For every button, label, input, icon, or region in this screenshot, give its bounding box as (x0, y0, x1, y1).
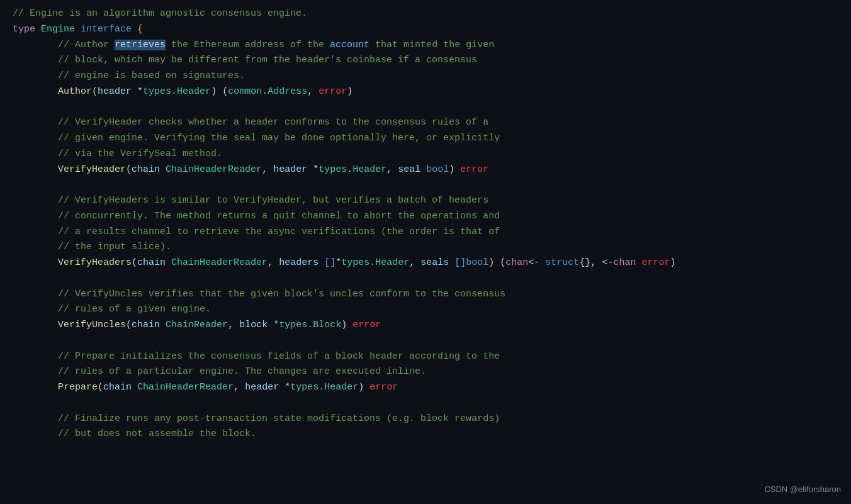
code-line-12 (13, 177, 838, 193)
code-line-1: // Engine is an algorithm agnostic conse… (13, 6, 838, 22)
code-line-22 (13, 333, 838, 349)
code-line-19: // VerifyUncles verifies that the given … (13, 287, 838, 303)
code-line-14: // concurrently. The method returns a qu… (13, 209, 838, 225)
code-line-10: // via the VerifySeal method. (13, 147, 838, 162)
code-line-5: // engine is based on signatures. (13, 69, 838, 84)
code-line-3: // Author retrieves the Ethereum address… (13, 38, 838, 53)
code-line-17: VerifyHeaders(chain ChainHeaderReader, h… (13, 255, 838, 271)
code-line-2: type Engine interface { (13, 22, 838, 38)
code-line-8: // VerifyHeader checks whether a header … (13, 115, 838, 131)
code-line-24: // rules of a particular engine. The cha… (13, 364, 838, 380)
code-line-27: // Finalize runs any post-transaction st… (13, 412, 838, 427)
code-line-26 (13, 396, 838, 412)
code-line-23: // Prepare initializes the consensus fie… (13, 349, 838, 365)
code-line-18 (13, 271, 838, 287)
code-editor: // Engine is an algorithm agnostic conse… (0, 0, 851, 504)
code-line-25: Prepare(chain ChainHeaderReader, header … (13, 380, 838, 396)
code-line-9: // given engine. Verifying the seal may … (13, 131, 838, 147)
code-line-11: VerifyHeader(chain ChainHeaderReader, he… (13, 162, 838, 178)
code-line-4: // block, which may be different from th… (13, 53, 838, 69)
code-line-15: // a results channel to retrieve the asy… (13, 225, 838, 240)
code-line-7 (13, 100, 838, 116)
code-line-28: // but does not assemble the block. (13, 427, 838, 442)
watermark: CSDN @eliforsharon (764, 483, 841, 496)
code-line-6: Author(header *types.Header) (common.Add… (13, 84, 838, 100)
code-line-21: VerifyUncles(chain ChainReader, block *t… (13, 318, 838, 333)
code-line-20: // rules of a given engine. (13, 302, 838, 318)
code-line-16: // the input slice). (13, 240, 838, 255)
code-line-13: // VerifyHeaders is similar to VerifyHea… (13, 193, 838, 209)
